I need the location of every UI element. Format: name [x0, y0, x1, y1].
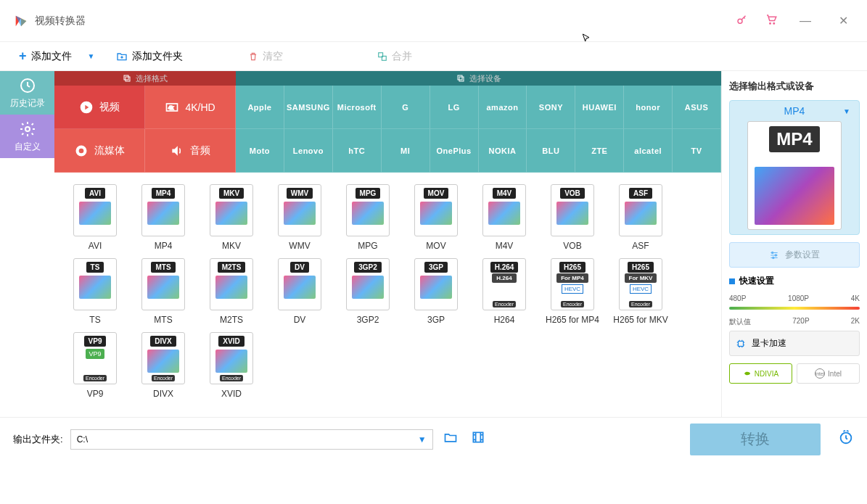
format-dv[interactable]: DVDV — [271, 258, 329, 325]
device-header: 选择设备 — [236, 71, 721, 86]
open-folder-button[interactable] — [440, 427, 461, 451]
sidebar: 历史记录 自定义 — [0, 71, 54, 417]
add-folder-button[interactable]: 添加文件夹 — [110, 47, 189, 66]
brand-apple[interactable]: Apple — [236, 86, 284, 129]
format-divx[interactable]: DIVXEncoderDIVX — [134, 332, 192, 399]
type-video-button[interactable]: 视频 — [54, 86, 145, 129]
brand-zte[interactable]: ZTE — [575, 129, 624, 173]
output-dropdown-icon[interactable]: ▼ — [843, 107, 850, 115]
format-xvid[interactable]: XVIDEncoderXVID — [202, 332, 260, 399]
sidebar-custom-button[interactable]: 自定义 — [0, 115, 54, 158]
format-asf[interactable]: ASFASF — [612, 184, 670, 251]
sidebar-history-label: 历史记录 — [10, 97, 45, 110]
type-audio-label: 音频 — [190, 144, 210, 157]
chrome-icon — [74, 144, 89, 158]
history-icon — [19, 77, 36, 94]
res-480p: 480P — [729, 294, 746, 302]
brand-microsoft[interactable]: Microsoft — [333, 86, 382, 129]
format-mp4[interactable]: MP4MP4 — [134, 184, 192, 251]
svg-point-1 — [770, 23, 771, 25]
type-stream-button[interactable]: 流媒体 — [54, 129, 145, 173]
format-3gp[interactable]: 3GP3GP — [407, 258, 465, 325]
format-m4v[interactable]: M4VM4V — [475, 184, 533, 251]
format-mpg[interactable]: MPGMPG — [339, 184, 397, 251]
format-mkv[interactable]: MKVMKV — [202, 184, 260, 251]
format-mov[interactable]: MOVMOV — [407, 184, 465, 251]
format-m2ts[interactable]: M2TSM2TS — [202, 258, 260, 325]
quick-label: 快速设置 — [739, 275, 774, 287]
type-hd-label: 4K/HD — [185, 102, 215, 113]
brand-oneplus[interactable]: OnePlus — [430, 129, 479, 173]
format-header-label: 选择格式 — [136, 73, 168, 84]
brand-huawei[interactable]: HUAWEI — [575, 86, 624, 129]
gear-icon — [19, 120, 36, 138]
brand-sony[interactable]: SONY — [527, 86, 575, 129]
device-header-label: 选择设备 — [469, 73, 501, 84]
output-path-dropdown[interactable]: C:\ ▼ — [70, 429, 433, 450]
resolution-slider[interactable]: 480P 1080P 4K 默认值 720P 2K — [729, 294, 860, 323]
svg-rect-10 — [459, 77, 464, 81]
format-vp9[interactable]: VP9VP9EncoderVP9 — [66, 332, 124, 399]
merge-button[interactable]: 合并 — [371, 47, 418, 66]
brand-nokia[interactable]: NOKIA — [479, 129, 527, 173]
minimize-button[interactable]: — — [794, 12, 817, 30]
add-file-dropdown-icon[interactable]: ▼ — [88, 52, 95, 60]
chevron-down-icon: ▼ — [418, 434, 427, 445]
close-button[interactable]: ✕ — [833, 11, 854, 30]
brand-amazon[interactable]: amazon — [479, 86, 527, 129]
schedule-button[interactable] — [838, 429, 854, 449]
format-avi[interactable]: AVIAVI — [66, 184, 124, 251]
chip-icon — [736, 339, 746, 349]
format-ts[interactable]: TSTS — [66, 258, 124, 325]
toolbar: + 添加文件 ▼ 添加文件夹 清空 合并 — [0, 42, 867, 71]
titlebar: 视频转换器 — ✕ — [0, 0, 867, 42]
nvidia-chip[interactable]: NDIVIA — [729, 363, 792, 384]
format-h264[interactable]: H.264H.264EncoderH264 — [475, 258, 533, 325]
brand-lg[interactable]: LG — [430, 86, 479, 129]
format-mts[interactable]: MTSMTS — [134, 258, 192, 325]
gpu-accel-button[interactable]: 显卡加速 — [729, 331, 860, 356]
brand-g[interactable]: G — [382, 86, 430, 129]
brand-htc[interactable]: hTC — [333, 129, 382, 173]
brand-honor[interactable]: honor — [624, 86, 673, 129]
trash-icon — [248, 51, 258, 62]
copy-icon — [123, 74, 131, 83]
intel-chip[interactable]: intel Intel — [797, 363, 860, 384]
svg-text:4k: 4k — [168, 104, 174, 110]
brand-lenovo[interactable]: Lenovo — [284, 129, 333, 173]
brand-blu[interactable]: BLU — [527, 129, 575, 173]
format-vob[interactable]: VOBVOB — [543, 184, 601, 251]
svg-rect-19 — [739, 341, 744, 346]
4k-icon: 4k — [165, 100, 179, 115]
svg-point-16 — [772, 252, 773, 253]
svg-rect-7 — [124, 75, 128, 80]
brand-moto[interactable]: Moto — [236, 129, 284, 173]
type-stream-label: 流媒体 — [94, 144, 125, 157]
add-file-button[interactable]: + 添加文件 — [13, 46, 78, 67]
format-wmv[interactable]: WMVWMV — [271, 184, 329, 251]
format-h265-for-mkv[interactable]: H265For MKVHEVCEncoderH265 for MKV — [612, 258, 670, 325]
output-preview-card[interactable]: MP4 ▼ MP4 — [729, 100, 860, 235]
svg-rect-20 — [473, 432, 482, 442]
type-audio-button[interactable]: 音频 — [145, 129, 236, 173]
param-settings-button[interactable]: 参数设置 — [729, 242, 860, 268]
res-default: 默认值 — [729, 317, 751, 327]
brand-mi[interactable]: MI — [382, 129, 430, 173]
brand-samsung[interactable]: SAMSUNG — [284, 86, 333, 129]
key-icon[interactable] — [736, 13, 749, 28]
intel-label: Intel — [828, 370, 842, 378]
convert-button[interactable]: 转换 — [690, 424, 821, 455]
clear-button[interactable]: 清空 — [242, 47, 289, 66]
svg-point-18 — [773, 257, 774, 258]
sidebar-history-button[interactable]: 历史记录 — [0, 71, 54, 115]
type-hd-button[interactable]: 4k 4K/HD — [145, 86, 236, 129]
nvidia-icon — [743, 369, 752, 378]
clear-label: 清空 — [263, 50, 283, 63]
brand-alcatel[interactable]: alcatel — [624, 129, 673, 173]
cart-icon[interactable] — [765, 13, 778, 28]
film-button[interactable] — [468, 427, 488, 451]
format-3gp2[interactable]: 3GP23GP2 — [339, 258, 397, 325]
brand-tv[interactable]: TV — [673, 129, 721, 173]
format-h265-for-mp4[interactable]: H265For MP4HEVCEncoderH265 for MP4 — [543, 258, 601, 325]
brand-asus[interactable]: ASUS — [673, 86, 721, 129]
